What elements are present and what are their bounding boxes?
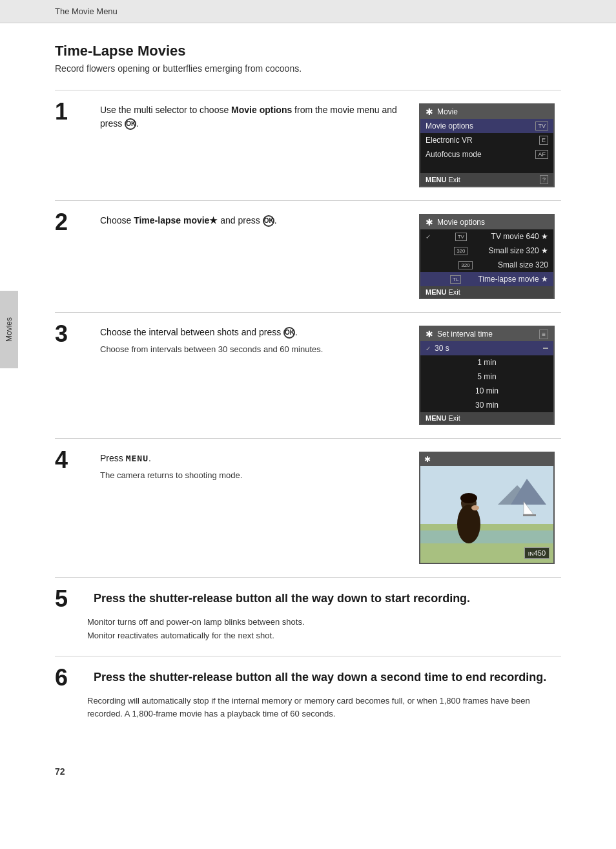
screen-1-icon: ✱ [426,107,433,117]
page-footer: 72 [0,760,616,783]
page-subtitle: Record flowers opening or butterflies em… [55,63,561,74]
step-3-number: 3 [55,322,87,346]
screen-row-evr: Electronic VR E [420,133,553,147]
ok-symbol-1: OK [125,118,136,130]
side-label: Movies [0,291,18,368]
menu-label-2: MENU Exit [426,288,460,296]
step-6-text: Press the shutter-release button all the… [94,669,546,686]
step-1: 1 Use the multi selector to choose Movie… [55,90,561,200]
viewfinder-container: ✱ [419,452,555,564]
step-3-sub: Choose from intervals between 30 seconds… [100,344,406,354]
screen-3: ✱ Set interval time ≡ ✓ 30 s 1 min [419,326,555,425]
step-3-content: Choose the interval between shots and pr… [100,326,406,354]
step-5-text: Press the shutter-release button all the… [94,591,470,607]
ok-symbol-3: OK [283,327,295,339]
step-4-menu: MENU [126,454,149,463]
step-4-number: 4 [55,448,87,472]
header-title: The Movie Menu [55,6,118,16]
step-6-number: 6 [55,666,87,689]
step-5: 5 Press the shutter-release button all t… [55,577,561,656]
screen-3-footer: MENU Exit [420,412,553,424]
page-title: Time-Lapse Movies [55,43,561,59]
step-1-bold: Movie options [231,105,292,115]
screen-1-footer: MENU Exit ? [420,173,553,186]
main-content: Time-Lapse Movies Record flowers opening… [0,23,616,760]
row-icon-tv640: TV [455,233,467,241]
step-3-text: Choose the interval between shots and pr… [100,326,406,339]
ok-symbol-2: OK [263,215,274,227]
screen-row-af: Autofocus mode AF [420,147,553,162]
screen-row-empty [420,162,553,173]
svg-rect-6 [523,514,536,516]
menu-label-3: MENU Exit [426,414,460,422]
step-1-number: 1 [55,100,87,123]
step-6-header: 6 Press the shutter-release button all t… [55,669,561,689]
step-6-sub: Recording will automatically stop if the… [87,695,561,722]
step-4-content: Press MENU. The camera returns to shooti… [100,452,406,480]
screen-2-rows: ✓ TV TV movie 640 ★ 320 Small size 320 ★… [420,229,553,286]
step-2-number: 2 [55,211,87,234]
step-2-content: Choose Time-lapse movie★ and press OK. [100,214,406,231]
menu-label-1: MENU Exit [426,176,460,183]
row-icon-tv: TV [535,121,548,131]
step-1-content: Use the multi selector to choose Movie o… [100,103,406,134]
screen-3-title: Set interval time [437,330,493,339]
vf-header: ✱ [420,453,553,466]
screen-row-tv640: ✓ TV TV movie 640 ★ [420,229,553,244]
screen-3-icon: ✱ [426,329,433,339]
screen-1-rows: Movie options TV Electronic VR E Autofoc… [420,119,553,173]
svg-point-8 [460,493,477,503]
scroll-bar [543,348,548,349]
step-1-image: ✱ Movie Movie options TV Electronic VR E… [419,103,561,187]
screen-1-title: Movie [437,107,458,116]
step-4-image: ✱ [419,452,561,564]
screen-row-30min: 30 min [420,398,553,412]
step-5-number: 5 [55,587,87,611]
screen-row-timelapse: TL Time-lapse movie ★ [420,272,553,286]
screen-2-header: ✱ Movie options [420,215,553,229]
screen-2-title: Movie options [437,218,485,227]
scroll-icon: ≡ [539,330,548,339]
screen-row-1min: 1 min [420,355,553,370]
step-4-text: Press MENU. [100,452,406,465]
frame-counter: IN450 [524,547,549,559]
row-icon-320: 320 [458,261,472,269]
screen-1: ✱ Movie Movie options TV Electronic VR E… [419,103,555,187]
row-icon-af: AF [535,150,548,159]
step-4-sub: The camera returns to shooting mode. [100,470,406,480]
step-2-text: Choose Time-lapse movie★ and press OK. [100,214,406,227]
screen-2-icon: ✱ [426,217,433,227]
row-icon-320s: 320 [454,247,467,255]
screen-row-30s: ✓ 30 s [420,341,553,355]
step-1-text: Use the multi selector to choose Movie o… [100,103,406,131]
row-icon-e: E [539,136,548,145]
screen-row-small320s: 320 Small size 320 ★ [420,244,553,258]
screen-row-movie-options: Movie options TV [420,119,553,133]
header-bar: The Movie Menu [0,0,616,23]
help-icon: ? [540,175,548,184]
screen-3-rows: ✓ 30 s 1 min 5 min 10 min [420,341,553,412]
viewfinder-scene: IN450 [420,466,553,563]
step-5-sub: Monitor turns off and power-on lamp blin… [87,616,561,643]
row-icon-tl: TL [450,275,461,284]
step-2-image: ✱ Movie options ✓ TV TV movie 640 ★ 320 … [419,214,561,299]
step-5-header: 5 Press the shutter-release button all t… [55,591,561,611]
step-3: 3 Choose the interval between shots and … [55,312,561,438]
step-4: 4 Press MENU. The camera returns to shoo… [55,438,561,577]
page-number: 72 [55,766,65,777]
screen-1-header: ✱ Movie [420,105,553,119]
step-2: 2 Choose Time-lapse movie★ and press OK.… [55,200,561,312]
screen-2-footer: MENU Exit [420,286,553,298]
screen-row-5min: 5 min [420,370,553,384]
step-2-bold: Time-lapse movie★ [134,215,218,225]
svg-point-10 [471,505,479,510]
svg-point-9 [457,505,480,543]
screen-row-10min: 10 min [420,384,553,398]
step-6: 6 Press the shutter-release button all t… [55,656,561,735]
screen-2: ✱ Movie options ✓ TV TV movie 640 ★ 320 … [419,214,555,299]
screen-row-small320: 320 Small size 320 [420,258,553,272]
svg-rect-4 [420,530,553,543]
screen-3-header: ✱ Set interval time ≡ [420,327,553,341]
vf-icon: ✱ [424,455,431,464]
step-3-image: ✱ Set interval time ≡ ✓ 30 s 1 min [419,326,561,425]
